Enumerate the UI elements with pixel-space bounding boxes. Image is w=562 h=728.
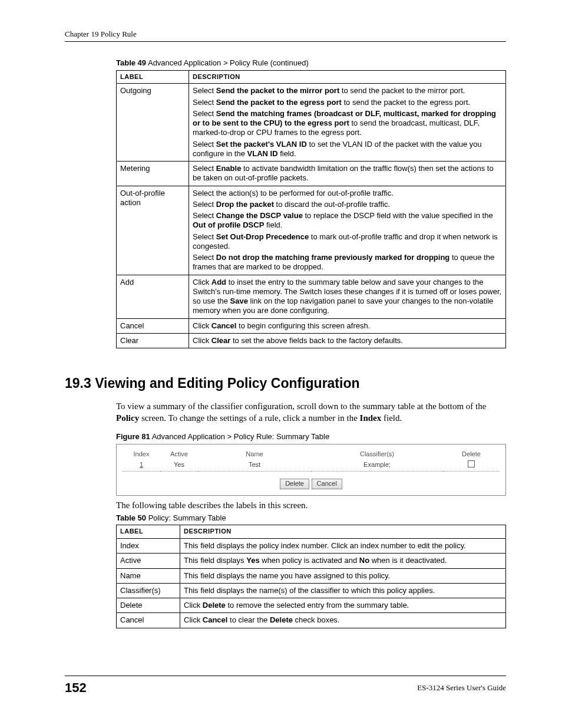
desc-paragraph: Select Enable to activate bandwidth limi… — [193, 164, 502, 183]
desc-cell: This field displays Yes when policy is a… — [180, 554, 506, 568]
desc-paragraph: Select Send the packet to the egress por… — [193, 98, 502, 107]
desc-cell: This field displays the name(s) of the c… — [180, 583, 506, 598]
table-row: 1 Yes Test Example; — [123, 459, 500, 471]
footer-rule — [65, 676, 506, 676]
after-figure-text: The following table describes the labels… — [116, 499, 506, 511]
desc-paragraph: Select Set Out-Drop Precedence to mark o… — [193, 232, 502, 252]
sum-cell-classifiers: Example; — [311, 459, 443, 471]
guide-title: ES-3124 Series User's Guide — [417, 683, 506, 693]
summary-table: Index Active Name Classifier(s) Delete 1… — [123, 449, 500, 472]
label-cell: Active — [117, 554, 180, 568]
table49-head-label: LABEL — [117, 70, 189, 84]
desc-cell: This field displays the policy index num… — [180, 539, 506, 554]
label-cell: Clear — [117, 333, 189, 348]
delete-button[interactable]: Delete — [280, 479, 309, 489]
label-cell: Cancel — [117, 318, 189, 333]
desc-cell: This field displays the name you have as… — [180, 568, 506, 583]
page-number: 152 — [65, 680, 87, 696]
label-cell: Classifier(s) — [117, 583, 180, 598]
desc-cell: Click Cancel to clear the Delete check b… — [180, 613, 506, 628]
table-row: IndexThis field displays the policy inde… — [117, 539, 506, 554]
table50-head-desc: DESCRIPTION — [180, 525, 506, 539]
table-row: Classifier(s)This field displays the nam… — [117, 583, 506, 598]
figure81-box: Index Active Name Classifier(s) Delete 1… — [116, 444, 506, 496]
desc-paragraph: Click Cancel to begin configuring this s… — [193, 321, 502, 331]
table50: LABEL DESCRIPTION IndexThis field displa… — [116, 525, 506, 628]
table50-caption: Table 50 Policy: Summary Table — [116, 513, 506, 523]
desc-paragraph: Select the action(s) to be performed for… — [193, 189, 502, 198]
desc-cell: Select the action(s) to be performed for… — [189, 186, 506, 275]
desc-paragraph: This field displays the policy index num… — [184, 541, 502, 551]
desc-paragraph: Click Cancel to clear the Delete check b… — [184, 615, 502, 625]
table49-caption: Table 49 Advanced Application > Policy R… — [116, 58, 506, 68]
label-cell: Outgoing — [117, 84, 189, 162]
header-rule — [65, 41, 506, 42]
table49: LABEL DESCRIPTION OutgoingSelect Send th… — [116, 70, 506, 349]
desc-cell: Click Delete to remove the selected entr… — [180, 598, 506, 613]
desc-paragraph: Select Set the packet's VLAN ID to set t… — [193, 140, 502, 159]
desc-paragraph: Click Clear to set the above fields back… — [193, 336, 502, 345]
sum-head-active: Active — [160, 449, 198, 460]
sum-cell-active: Yes — [160, 459, 198, 471]
desc-paragraph: Select Do not drop the matching frame pr… — [193, 253, 502, 272]
desc-paragraph: This field displays the name(s) of the c… — [184, 586, 502, 595]
label-cell: Delete — [117, 598, 180, 613]
label-cell: Name — [117, 568, 180, 583]
section-heading: 19.3 Viewing and Editing Policy Configur… — [65, 375, 506, 392]
table-row: AddClick Add to inset the entry to the s… — [117, 275, 506, 318]
sum-cell-name: Test — [198, 459, 311, 471]
table-row: CancelClick Cancel to clear the Delete c… — [117, 613, 506, 628]
delete-checkbox[interactable] — [468, 460, 475, 467]
desc-paragraph: Select Drop the packet to discard the ou… — [193, 200, 502, 209]
label-cell: Cancel — [117, 613, 180, 628]
figure81-caption: Figure 81 Advanced Application > Policy … — [116, 432, 506, 442]
chapter-header: Chapter 19 Policy Rule — [65, 29, 506, 39]
sum-head-classifiers: Classifier(s) — [311, 449, 443, 460]
desc-paragraph: Select Change the DSCP value to replace … — [193, 211, 502, 230]
label-cell: Metering — [117, 162, 189, 186]
desc-paragraph: Click Delete to remove the selected entr… — [184, 601, 502, 610]
desc-paragraph: Click Add to inset the entry to the summ… — [193, 278, 502, 316]
sum-head-delete: Delete — [443, 449, 500, 460]
table-row: CancelClick Cancel to begin configuring … — [117, 318, 506, 333]
cancel-button[interactable]: Cancel — [312, 479, 342, 489]
desc-cell: Select Send the packet to the mirror por… — [189, 84, 506, 162]
intro-paragraph: To view a summary of the classifier conf… — [116, 400, 506, 424]
label-cell: Add — [117, 275, 189, 318]
desc-cell: Select Enable to activate bandwidth limi… — [189, 162, 506, 186]
table-row: MeteringSelect Enable to activate bandwi… — [117, 162, 506, 186]
desc-cell: Click Cancel to begin configuring this s… — [189, 318, 506, 333]
desc-cell: Click Clear to set the above fields back… — [189, 333, 506, 348]
desc-paragraph: This field displays Yes when policy is a… — [184, 556, 502, 565]
table-row: DeleteClick Delete to remove the selecte… — [117, 598, 506, 613]
desc-paragraph: Select Send the matching frames (broadca… — [193, 109, 502, 138]
sum-head-index: Index — [123, 449, 160, 460]
table-row: OutgoingSelect Send the packet to the mi… — [117, 84, 506, 162]
table50-head-label: LABEL — [117, 525, 180, 539]
table-row: NameThis field displays the name you hav… — [117, 568, 506, 583]
label-cell: Index — [117, 539, 180, 554]
table-row: ActiveThis field displays Yes when polic… — [117, 554, 506, 568]
table49-head-desc: DESCRIPTION — [189, 70, 506, 84]
sum-cell-index[interactable]: 1 — [123, 459, 160, 471]
sum-head-name: Name — [198, 449, 311, 460]
desc-cell: Click Add to inset the entry to the summ… — [189, 275, 506, 318]
desc-paragraph: Select Send the packet to the mirror por… — [193, 86, 502, 95]
desc-paragraph: This field displays the name you have as… — [184, 571, 502, 581]
table-row: ClearClick Clear to set the above fields… — [117, 333, 506, 348]
label-cell: Out-of-profile action — [117, 186, 189, 275]
table-row: Out-of-profile actionSelect the action(s… — [117, 186, 506, 275]
